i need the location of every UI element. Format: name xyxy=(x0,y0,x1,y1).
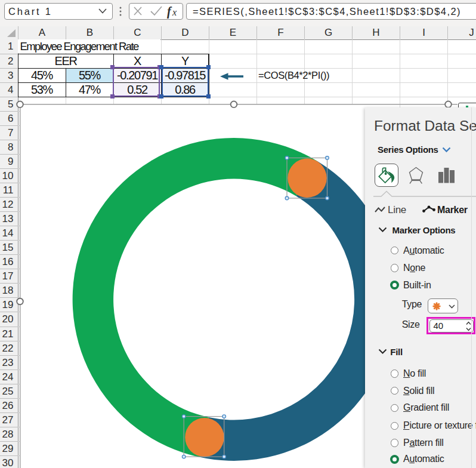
svg-text:x: x xyxy=(172,7,177,17)
svg-text:f: f xyxy=(167,5,172,19)
